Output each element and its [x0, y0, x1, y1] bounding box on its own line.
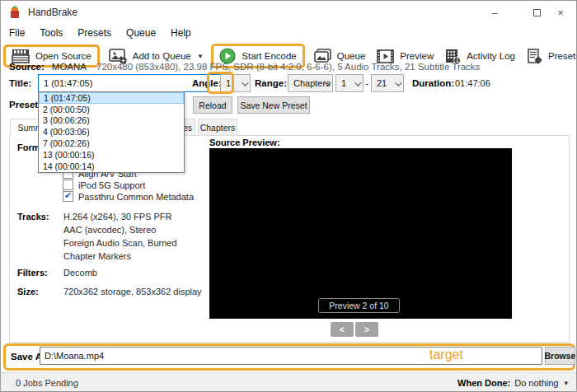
reload-button[interactable]: Reload: [193, 96, 232, 114]
menu-file[interactable]: File: [2, 26, 32, 40]
save-new-preset-button[interactable]: Save New Preset: [237, 96, 310, 114]
target-annotation: target: [429, 348, 463, 362]
range-from-select[interactable]: 1: [335, 74, 364, 92]
title-bar: HandBrake – ×: [1, 1, 576, 24]
title-option[interactable]: 1 (01:47:05): [39, 92, 184, 104]
chevron-down-icon: [354, 79, 361, 86]
duration-label: Duration:: [412, 78, 454, 88]
menu-help[interactable]: Help: [163, 26, 199, 40]
preview-count-badge: Preview 2 of 10: [318, 298, 399, 313]
jobs-pending-status: 0 Jobs Pending: [16, 378, 78, 388]
source-name: MOANA: [52, 62, 87, 72]
range-separator: -: [366, 78, 369, 88]
menu-queue[interactable]: Queue: [119, 26, 163, 40]
track-audio: AAC (avcodec), Stereo: [63, 225, 157, 235]
track-subtitle: Foreign Audio Scan, Burned: [63, 238, 177, 248]
dropdown-arrow-highlight: [207, 72, 234, 94]
preset-label: Preset:: [9, 100, 41, 110]
title-option[interactable]: 13 (00:00:16): [39, 149, 184, 161]
minimize-button[interactable]: –: [481, 1, 509, 24]
title-label: Title:: [9, 78, 31, 88]
title-dropdown-list: 1 (01:47:05) 2 (00:00:50) 3 (00:06:26) 4…: [38, 91, 185, 173]
title-option[interactable]: 14 (00:00:14): [39, 161, 184, 172]
source-label: Source:: [9, 62, 45, 72]
source-preview-image: Preview 2 of 10: [209, 148, 512, 319]
window-title: HandBrake: [28, 7, 77, 18]
source-summary-row: Source: MOANA 720x480 (853x480), 23.98 F…: [9, 60, 570, 73]
passthru-metadata-label: Passthru Common Metadata: [78, 192, 194, 202]
source-preview-label: Source Preview:: [209, 138, 280, 147]
next-preview-button[interactable]: >: [355, 322, 378, 337]
chevron-down-icon: ▾: [199, 52, 203, 60]
check-icon: ✔: [64, 190, 72, 201]
handbrake-window: HandBrake – × File Tools Presets Queue H…: [0, 0, 577, 392]
menu-presets[interactable]: Presets: [70, 26, 119, 40]
duration-value: 01:47:06: [455, 78, 490, 88]
size-label: Size:: [17, 287, 39, 296]
previous-preview-button[interactable]: <: [331, 322, 354, 337]
close-button[interactable]: ×: [547, 1, 575, 24]
filters-label: Filters:: [17, 268, 48, 278]
menu-tools[interactable]: Tools: [32, 26, 70, 40]
range-type-select[interactable]: Chapters: [288, 74, 333, 92]
tracks-label: Tracks:: [17, 212, 49, 222]
title-option[interactable]: 4 (00:03:06): [39, 126, 184, 138]
chevron-down-icon: ▾: [564, 379, 568, 387]
maximize-icon: [533, 9, 541, 16]
ipod-support-label: iPod 5G Support: [78, 180, 145, 190]
when-done-value: Do nothing: [514, 378, 558, 388]
chevron-down-icon: [395, 79, 401, 86]
ipod-support-checkbox[interactable]: ✔: [63, 180, 73, 190]
title-option[interactable]: 7 (00:02:26): [39, 138, 184, 149]
filters-value: Decomb: [63, 268, 97, 278]
tab-chapters[interactable]: Chapters: [198, 119, 237, 136]
size-value: 720x362 storage, 853x362 display: [63, 287, 202, 296]
range-to-select[interactable]: 21: [371, 74, 404, 92]
source-details: 720x480 (853x480), 23.98 FPS, SDR (8-bit…: [96, 62, 480, 72]
handbrake-logo-icon: [8, 6, 21, 19]
status-bar: 0 Jobs Pending When Done: Do nothing ▾: [1, 372, 576, 392]
track-video: H.264 (x264), 30 FPS PFR: [63, 212, 171, 222]
save-as-input[interactable]: [40, 347, 542, 365]
range-label: Range:: [255, 78, 287, 88]
title-option[interactable]: 2 (00:00:50): [39, 104, 184, 115]
chevron-down-icon: [242, 79, 248, 86]
menu-bar: File Tools Presets Queue Help: [1, 24, 576, 42]
track-chapters: Chapter Markers: [63, 251, 131, 261]
title-select-value: 1 (01:47:05): [44, 78, 92, 88]
when-done-label: When Done:: [457, 378, 510, 388]
passthru-metadata-checkbox[interactable]: ✔: [63, 191, 73, 202]
when-done-control[interactable]: When Done: Do nothing ▾: [457, 378, 568, 388]
title-option[interactable]: 3 (00:06:26): [39, 115, 184, 127]
browse-button[interactable]: Browse: [545, 347, 575, 365]
